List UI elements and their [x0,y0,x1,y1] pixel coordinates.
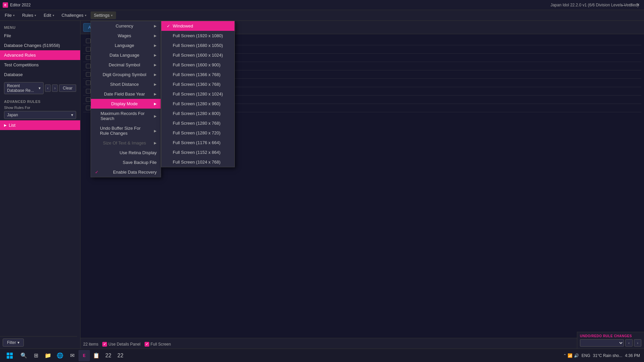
taskbar-app1[interactable]: E [78,350,90,361]
menu-item-use-retina[interactable]: Use Retina Display [91,148,161,158]
taskbar-app2[interactable]: 📋 [91,350,102,361]
menu-settings-arrow: ▾ [111,14,113,17]
recent-db-dropdown[interactable]: Recent Database Re... ▾ [4,82,44,94]
sidebar-advanced-rules-label: Advanced Rules [4,53,36,58]
menu-item-max-records[interactable]: Maximum Records For Search ▶ [91,109,161,123]
fs-1366-label: Full Screen (1366 x 768) [173,72,220,77]
show-rules-select[interactable]: Japan ▾ [4,111,76,119]
menu-challenges-label: Challenges [62,13,84,18]
fs-1280-960-label: Full Screen (1280 x 960) [173,101,220,106]
menu-item-enable-recovery[interactable]: ✓ Enable Data Recovery [91,167,161,177]
menu-item-data-language[interactable]: Data Language ▶ [91,50,161,60]
system-time: 4:36 PM [625,353,640,358]
display-fs-1176-664[interactable]: Full Screen (1176 x 664) [161,138,234,147]
taskbar-search[interactable]: 🔍 [18,350,30,361]
display-fs-1280-800[interactable]: Full Screen (1280 x 800) [161,109,234,118]
short-distance-arrow: ▶ [154,82,157,86]
display-fs-1600-900[interactable]: Full Screen (1600 x 900) [161,60,234,70]
recent-db-clear[interactable]: Clear [59,84,76,92]
undo-next-btn[interactable]: › [634,339,641,347]
menu-challenges[interactable]: Challenges ▾ [58,11,90,19]
undo-redo-controls: ‹ › [580,339,641,347]
menu-item-date-field[interactable]: Date Field Base Year ▶ [91,89,161,99]
display-fs-1680-1050[interactable]: Full Screen (1680 x 1050) [161,41,234,50]
currency-arrow: ▶ [154,24,157,28]
display-windowed[interactable]: ✓ Windowed [161,21,234,31]
sidebar-item-db-changes[interactable]: Database Changes (519558) [0,41,80,50]
digit-grouping-arrow: ▶ [154,73,157,76]
recent-db-next[interactable]: › [52,84,58,92]
menu-challenges-arrow: ▾ [85,14,87,17]
fs-1280-800-label: Full Screen (1280 x 800) [173,111,220,116]
taskbar-mail[interactable]: ✉ [66,350,78,361]
taskbar: 🔍 ⊞ 📁 🌐 ✉ E 📋 22 22 ⌃ 📶 🔊 ENG 31°C Rain … [0,349,644,362]
display-fs-1280-720[interactable]: Full Screen (1280 x 720) [161,128,234,138]
filter-arrow: ▾ [17,340,19,345]
taskbar-app4[interactable]: 22 [115,350,126,361]
menu-item-language[interactable]: Language ▶ [91,41,161,50]
enable-recovery-label: Enable Data Recovery [113,170,157,175]
menu-item-save-backup[interactable]: Save Backup File [91,158,161,167]
sidebar-item-advanced-rules[interactable]: Advanced Rules [0,50,80,60]
display-fs-1920-1080[interactable]: Full Screen (644 x 362) [161,31,234,41]
windowed-label: Windowed [173,23,193,28]
taskbar-file-explorer[interactable]: 📁 [42,350,54,361]
display-fs-1152-864[interactable]: Full Screen (1152 x 864) [161,147,234,157]
taskbar-task-view[interactable]: ⊞ [30,350,42,361]
expand-icon: ▶ [4,123,7,127]
menu-file[interactable]: File ▾ [1,11,18,19]
recovery-check-icon: ✓ [95,170,100,175]
sidebar-item-database[interactable]: Database [0,70,80,79]
menu-item-display-mode[interactable]: Display Mode ▶ [91,99,161,109]
filter-button[interactable]: Filter ▾ [3,339,24,347]
svg-rect-1 [10,353,13,355]
menu-edit-label: Edit [44,13,51,18]
row-check [86,72,91,77]
fs-1680-label: Full Screen (1680 x 1050) [173,43,223,48]
menubar: File ▾ Rules ▾ Edit ▾ Challenges ▾ Setti… [0,10,644,21]
recent-db-label: Recent Database Re... [7,83,37,93]
sidebar-list-item[interactable]: ▶ List [0,120,80,130]
sidebar-item-file[interactable]: File [0,31,80,41]
use-details-panel-check[interactable]: ✓ Use Details Panel [102,342,140,347]
taskbar-app3[interactable]: 22 [103,350,114,361]
date-field-label: Date Field Base Year [104,92,145,97]
filter-bar: Filter ▾ [0,336,77,349]
menu-item-wages[interactable]: Wages ▶ [91,31,161,41]
display-fs-1280-1024[interactable]: Full Screen (1280 x 1024) [161,89,234,99]
menu-edit[interactable]: Edit ▾ [40,11,57,19]
display-fs-1366-768[interactable]: Full Screen (1366 x 768) [161,70,234,79]
fs-1920-label: Full Screen (644 x 362) [173,33,223,38]
recent-db-prev[interactable]: ‹ [45,84,51,92]
display-fs-1280-768[interactable]: Full Screen (1280 x 768) [161,118,234,128]
sidebar-item-test-comp[interactable]: Test Competitions [0,60,80,70]
show-rules-arrow: ▾ [71,113,73,117]
display-fs-1600-1024[interactable]: Full Screen (1600 x 1024) [161,50,234,60]
full-screen-checkbox: ✓ [145,342,149,347]
menu-item-decimal-symbol[interactable]: Decimal Symbol ▶ [91,60,161,70]
menu-settings[interactable]: Settings ▾ [91,11,116,19]
row-check [86,55,91,60]
menu-rules-arrow: ▾ [35,14,36,17]
display-fs-1280-960[interactable]: Full Screen (1280 x 960) [161,99,234,109]
svg-rect-2 [7,356,9,359]
fs-1280-1024-label: Full Screen (1280 x 1024) [173,92,223,97]
full-screen-check[interactable]: ✓ Full Screen [145,342,171,347]
start-button[interactable] [1,350,18,361]
wages-arrow: ▶ [154,34,157,38]
taskbar-system: ⌃ 📶 🔊 ENG 31°C Rain sho... 4:36 PM [560,353,643,358]
menu-file-label: File [5,13,12,18]
menu-item-digit-grouping[interactable]: Digit Grouping Symbol ▶ [91,70,161,79]
display-fs-1360-768[interactable]: Full Screen (1360 x 768) [161,79,234,89]
taskbar-chrome[interactable]: 🌐 [54,350,66,361]
menu-item-currency[interactable]: Currency ▶ [91,21,161,31]
language-label: Language [115,43,134,48]
row-check [86,64,91,68]
display-fs-1024-768[interactable]: Full Screen (1024 x 768) [161,157,234,167]
menu-item-undo-buffer[interactable]: Undo Buffer Size For Rule Changes ▶ [91,123,161,138]
sidebar-database-label: Database [4,72,23,77]
menu-rules[interactable]: Rules ▾ [19,11,40,19]
menu-item-short-distance[interactable]: Short Distance ▶ [91,79,161,89]
undo-select[interactable] [580,339,624,347]
undo-prev-btn[interactable]: ‹ [625,339,633,347]
